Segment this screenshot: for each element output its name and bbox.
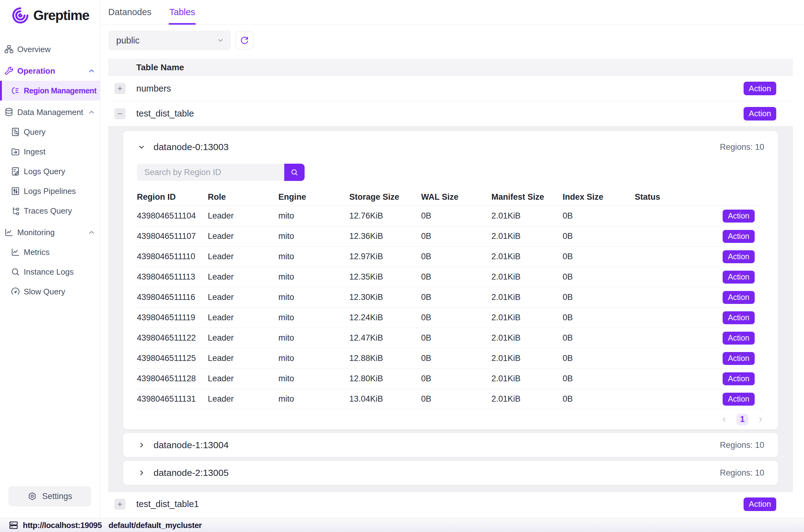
region-action-button[interactable]: Action (723, 332, 755, 345)
expand-button[interactable] (114, 499, 126, 510)
sidebar-item-traces-query[interactable]: Traces Query (0, 201, 100, 221)
sidebar-item-slow-query[interactable]: Slow Query (0, 282, 100, 301)
page-number[interactable]: 1 (736, 414, 748, 425)
cell-manifest-size: 2.01KiB (492, 394, 562, 404)
tab-tables[interactable]: Tables (169, 0, 195, 25)
cell-index-size: 0B (562, 333, 635, 343)
region-row: 4398046511104Leadermito12.76KiB0B2.01KiB… (137, 206, 764, 226)
sidebar-item-region-management[interactable]: Region Management (0, 81, 100, 100)
status-url[interactable]: http://localhost:19095 (23, 520, 102, 530)
brand-logo: Greptime (0, 0, 100, 25)
sidebar-item-instance-logs[interactable]: Instance Logs (0, 262, 100, 282)
sidebar-nav: Overview Operation Region Management Dat… (0, 39, 100, 301)
sidebar-item-query[interactable]: Query (0, 122, 100, 142)
cell-wal-size: 0B (421, 374, 492, 383)
sidebar-item-metrics[interactable]: Metrics (0, 242, 100, 262)
database-icon (4, 107, 14, 117)
collapse-button[interactable] (114, 108, 126, 119)
sidebar-item-ingest[interactable]: Ingest (0, 142, 100, 162)
cell-engine: mito (279, 313, 349, 322)
column-header: Manifest Size (492, 192, 562, 202)
chart-line-icon (4, 227, 14, 238)
cell-engine: mito (279, 374, 349, 383)
pagination: 1 (137, 409, 764, 429)
sidebar-section-operation[interactable]: Operation (0, 61, 100, 81)
status-cluster: default/default_mycluster (109, 520, 202, 530)
cell-storage-size: 12.30KiB (349, 292, 421, 302)
region-action-button[interactable]: Action (723, 230, 755, 243)
region-row: 4398046511131Leadermito13.04KiB0B2.01KiB… (137, 389, 764, 409)
column-header: Storage Size (349, 192, 421, 202)
cell-wal-size: 0B (421, 211, 492, 221)
region-action-button[interactable]: Action (723, 393, 755, 406)
sidebar-section-data-management[interactable]: Data Management (0, 102, 100, 122)
region-action-button[interactable]: Action (723, 311, 755, 324)
refresh-button[interactable] (235, 32, 253, 49)
controls-row: public (108, 31, 804, 50)
schema-select[interactable]: public (108, 31, 231, 50)
region-action-button[interactable]: Action (723, 372, 755, 385)
cell-manifest-size: 2.01KiB (492, 374, 562, 383)
sidebar-item-label: Logs Query (24, 167, 65, 176)
cell-wal-size: 0B (421, 354, 492, 363)
cell-role: Leader (208, 333, 279, 343)
prev-page-icon[interactable] (721, 416, 728, 423)
cell-role: Leader (208, 211, 279, 221)
cell-storage-size: 12.97KiB (349, 252, 421, 261)
chevron-right-icon[interactable] (137, 440, 146, 450)
region-action-button[interactable]: Action (723, 210, 755, 223)
sidebar-item-label: Logs Pipelines (24, 187, 76, 196)
cell-region-id: 4398046511104 (137, 211, 208, 221)
app: Greptime Overview Operation Region Manag… (0, 0, 804, 532)
cell-manifest-size: 2.01KiB (492, 354, 562, 363)
chevron-right-icon[interactable] (137, 468, 146, 477)
ingest-icon (11, 147, 20, 156)
region-action-button[interactable]: Action (723, 271, 755, 284)
minus-icon (117, 110, 123, 117)
cell-region-id: 4398046511107 (137, 231, 208, 241)
cell-wal-size: 0B (421, 272, 492, 282)
cell-engine: mito (279, 333, 349, 343)
greptime-logo-icon (11, 6, 30, 25)
settings-label: Settings (42, 492, 73, 501)
sidebar-item-label: Slow Query (24, 287, 65, 297)
next-page-icon[interactable] (757, 416, 764, 423)
sidebar-section-label: Operation (17, 66, 55, 76)
region-table-header: Region IDRoleEngineStorage SizeWAL SizeM… (137, 188, 764, 206)
sidebar-item-label: Overview (17, 45, 51, 54)
cell-storage-size: 12.47KiB (349, 333, 421, 343)
chevron-down-icon[interactable] (137, 142, 146, 152)
column-header: Region ID (137, 192, 208, 202)
cell-storage-size: 12.36KiB (349, 231, 421, 241)
cell-engine: mito (279, 252, 349, 261)
cell-storage-size: 12.24KiB (349, 313, 421, 322)
datanode-name: datanode-1:13004 (154, 440, 229, 450)
column-header: Status (635, 192, 690, 202)
tab-datanodes[interactable]: Datanodes (108, 0, 151, 25)
cell-engine: mito (279, 231, 349, 241)
region-action-button[interactable]: Action (723, 291, 755, 304)
expand-button[interactable] (114, 83, 126, 94)
region-search-button[interactable] (284, 164, 305, 181)
sidebar-item-overview[interactable]: Overview (0, 39, 100, 59)
table-name: numbers (136, 83, 171, 94)
wrench-icon (4, 66, 14, 76)
region-action-button[interactable]: Action (723, 352, 755, 365)
sidebar-item-logs-pipelines[interactable]: Logs Pipelines (0, 181, 100, 201)
sidebar-item-logs-query[interactable]: Logs Query (0, 162, 100, 181)
region-search-input[interactable]: Search by Region ID (137, 164, 284, 181)
action-button[interactable]: Action (744, 497, 776, 511)
action-button[interactable]: Action (744, 107, 776, 120)
regions-count: Regions: 10 (720, 142, 764, 152)
cell-region-id: 4398046511119 (137, 313, 208, 322)
region-search: Search by Region ID (137, 164, 764, 181)
cell-role: Leader (208, 374, 279, 383)
settings-button[interactable]: Settings (8, 486, 91, 507)
tab-label: Tables (169, 7, 195, 17)
region-table-body: 4398046511104Leadermito12.76KiB0B2.01KiB… (137, 206, 764, 409)
cell-role: Leader (208, 231, 279, 241)
chevron-up-icon (88, 228, 96, 236)
sidebar-section-monitoring[interactable]: Monitoring (0, 223, 100, 242)
action-button[interactable]: Action (744, 82, 776, 95)
region-action-button[interactable]: Action (723, 250, 755, 263)
